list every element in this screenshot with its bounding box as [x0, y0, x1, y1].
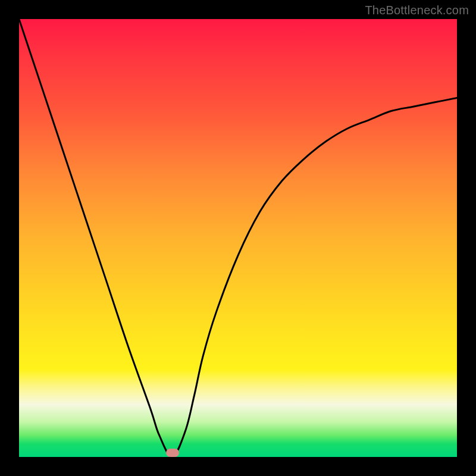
minimum-marker — [166, 449, 179, 457]
chart-frame: TheBottleneck.com — [0, 0, 476, 476]
plot-area — [19, 19, 457, 457]
watermark-text: TheBottleneck.com — [365, 4, 469, 17]
gradient-background — [19, 19, 457, 457]
